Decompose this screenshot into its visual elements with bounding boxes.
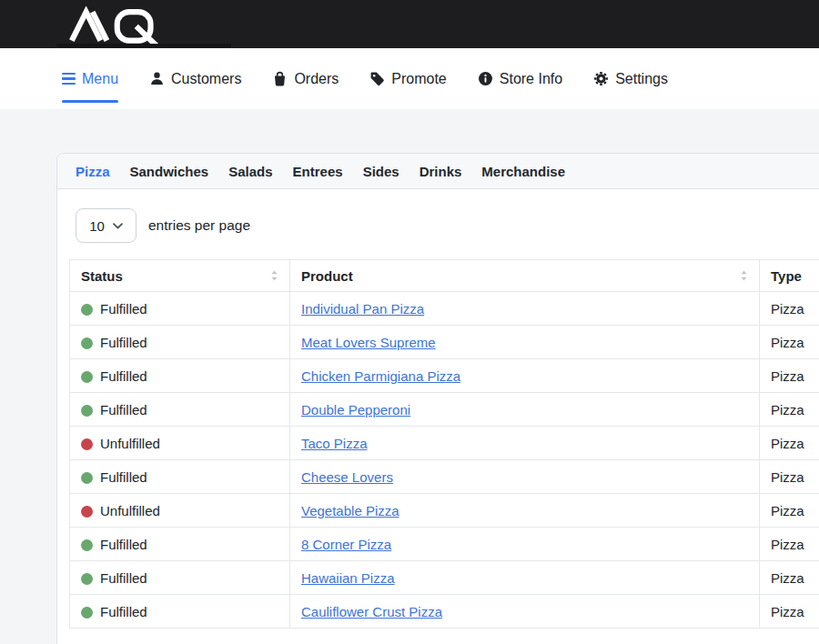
tag-icon xyxy=(369,71,385,86)
type-cell: Pizza xyxy=(760,561,819,595)
sort-icon[interactable] xyxy=(270,270,278,281)
aiq-logo-icon xyxy=(56,6,175,45)
status-dot-icon xyxy=(81,472,93,484)
product-link[interactable]: Double Pepperoni xyxy=(301,402,410,418)
status-label: Fulfilled xyxy=(100,335,147,350)
status-cell: Fulfilled xyxy=(70,292,290,326)
page-size-label: entries per page xyxy=(148,217,250,234)
product-cell: Individual Pan Pizza xyxy=(290,292,760,326)
product-link[interactable]: Chicken Parmigiana Pizza xyxy=(301,368,460,384)
tab-pizza[interactable]: Pizza xyxy=(76,164,110,179)
status-cell: Unfulfilled xyxy=(70,427,290,460)
product-link[interactable]: Cheese Lovers xyxy=(301,469,393,485)
menu-icon xyxy=(62,73,76,86)
status-dot-icon xyxy=(81,573,93,585)
nav-item-store-info[interactable]: Store Info xyxy=(478,71,562,87)
nav-item-label: Store Info xyxy=(500,71,562,87)
table-row: Fulfilled Hawaiian Pizza Pizza xyxy=(70,561,819,595)
status-label: Fulfilled xyxy=(100,402,147,418)
product-link[interactable]: Meat Lovers Supreme xyxy=(301,335,436,350)
status-dot-icon xyxy=(81,337,93,349)
table-row: Unfulfilled Vegetable Pizza Pizza xyxy=(70,494,819,528)
status-dot-icon xyxy=(81,539,93,551)
table-row: Fulfilled Cheese Lovers Pizza xyxy=(70,460,819,494)
main-nav: Menu Customers Orders Promote Store Info xyxy=(0,48,819,109)
product-cell: Meat Lovers Supreme xyxy=(290,326,760,359)
page-size-value: 10 xyxy=(89,218,105,234)
nav-item-orders[interactable]: Orders xyxy=(272,71,339,87)
card-body: 10 entries per page Status xyxy=(57,189,819,644)
product-link[interactable]: Individual Pan Pizza xyxy=(301,301,424,317)
product-link[interactable]: 8 Corner Pizza xyxy=(301,537,391,552)
product-link[interactable]: Taco Pizza xyxy=(301,436,368,451)
sort-icon[interactable] xyxy=(740,270,748,281)
type-cell: Pizza xyxy=(760,427,819,460)
category-tabs: Pizza Sandwiches Salads Entrees Sides Dr… xyxy=(57,154,819,189)
status-cell: Fulfilled xyxy=(70,326,290,359)
table-header-row: Status Product Type xyxy=(70,260,819,292)
product-cell: Cheese Lovers xyxy=(290,460,760,494)
product-cell: Cauliflower Crust Pizza xyxy=(290,595,760,629)
nav-item-label: Settings xyxy=(615,71,668,87)
status-label: Unfulfilled xyxy=(100,503,160,518)
tab-drinks[interactable]: Drinks xyxy=(420,164,462,179)
chevron-down-icon xyxy=(113,223,123,229)
type-cell: Pizza xyxy=(760,393,819,427)
status-dot-icon xyxy=(81,438,93,450)
column-header-type[interactable]: Type xyxy=(760,260,819,292)
status-cell: Unfulfilled xyxy=(70,494,290,528)
info-icon xyxy=(478,71,493,86)
nav-item-label: Orders xyxy=(294,71,339,87)
column-header-status[interactable]: Status xyxy=(70,260,290,292)
page-size-row: 10 entries per page xyxy=(76,208,819,243)
type-cell: Pizza xyxy=(760,326,819,359)
status-dot-icon xyxy=(81,304,93,316)
tab-entrees[interactable]: Entrees xyxy=(293,164,343,179)
page-size-select[interactable]: 10 xyxy=(76,208,136,243)
table-row: Fulfilled 8 Corner Pizza Pizza xyxy=(70,528,819,561)
table-row: Fulfilled Chicken Parmigiana Pizza Pizza xyxy=(70,359,819,393)
product-link[interactable]: Vegetable Pizza xyxy=(301,503,399,518)
type-cell: Pizza xyxy=(760,528,819,561)
table-row: Fulfilled Meat Lovers Supreme Pizza xyxy=(70,326,819,359)
nav-item-label: Menu xyxy=(82,71,118,87)
status-cell: Fulfilled xyxy=(70,595,290,629)
type-cell: Pizza xyxy=(760,460,819,494)
column-label: Type xyxy=(771,268,802,284)
product-link[interactable]: Cauliflower Crust Pizza xyxy=(301,604,442,619)
status-cell: Fulfilled xyxy=(70,393,290,427)
table-row: Fulfilled Cauliflower Crust Pizza Pizza xyxy=(70,595,819,629)
nav-item-customers[interactable]: Customers xyxy=(149,71,241,87)
type-cell: Pizza xyxy=(760,292,819,326)
status-label: Unfulfilled xyxy=(100,436,160,451)
tab-sides[interactable]: Sides xyxy=(363,164,399,179)
product-cell: Double Pepperoni xyxy=(290,393,760,427)
nav-item-promote[interactable]: Promote xyxy=(369,71,446,87)
product-cell: Hawaiian Pizza xyxy=(290,561,760,595)
status-label: Fulfilled xyxy=(100,301,147,317)
nav-item-menu[interactable]: Menu xyxy=(62,71,118,87)
table-row: Fulfilled Double Pepperoni Pizza xyxy=(70,393,819,427)
bag-icon xyxy=(272,71,288,86)
status-cell: Fulfilled xyxy=(70,561,290,595)
tab-merchandise[interactable]: Merchandise xyxy=(481,164,565,179)
status-label: Fulfilled xyxy=(100,469,147,485)
status-label: Fulfilled xyxy=(100,604,147,619)
nav-item-label: Promote xyxy=(391,71,446,87)
table-row: Unfulfilled Taco Pizza Pizza xyxy=(70,427,819,460)
product-link[interactable]: Hawaiian Pizza xyxy=(301,570,395,586)
status-label: Fulfilled xyxy=(100,537,147,552)
logo-underline xyxy=(56,44,231,47)
product-cell: Vegetable Pizza xyxy=(290,494,760,528)
tab-salads[interactable]: Salads xyxy=(228,164,272,179)
column-header-product[interactable]: Product xyxy=(290,260,760,292)
nav-item-settings[interactable]: Settings xyxy=(593,71,668,87)
tab-sandwiches[interactable]: Sandwiches xyxy=(130,164,209,179)
product-cell: Chicken Parmigiana Pizza xyxy=(290,359,760,393)
brand-logo[interactable] xyxy=(56,6,175,45)
gear-icon xyxy=(593,71,609,86)
product-cell: Taco Pizza xyxy=(290,427,760,460)
status-dot-icon xyxy=(81,506,93,518)
person-icon xyxy=(149,71,165,86)
menu-card: Pizza Sandwiches Salads Entrees Sides Dr… xyxy=(56,153,819,644)
